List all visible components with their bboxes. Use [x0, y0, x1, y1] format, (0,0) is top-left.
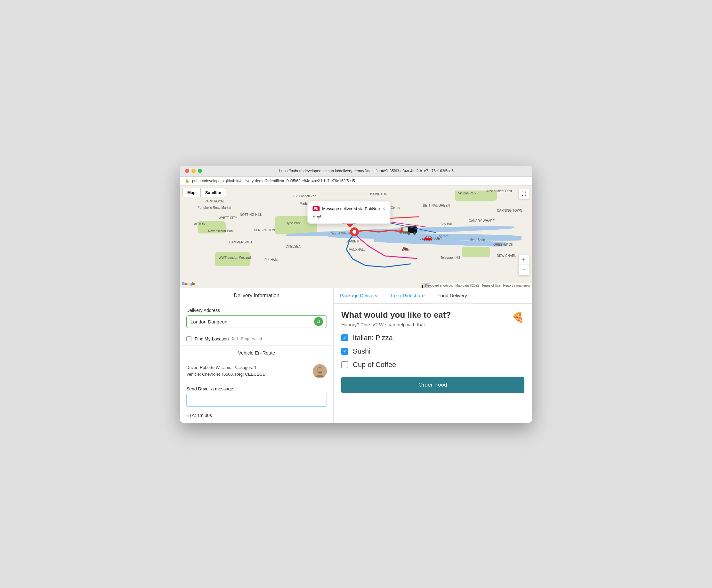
notification-title: Message delivered via PubNub	[322, 206, 380, 211]
tab-taxi-rideshare[interactable]: Taxi / Rideshare	[384, 288, 431, 303]
address-input[interactable]	[186, 315, 327, 328]
map-label-fulham: FULHAM	[264, 258, 278, 262]
eta-text: ETA: 1m 30s	[186, 413, 212, 418]
map-label-portobello: Portobello Road Market	[197, 206, 231, 209]
tabs-row: Package Delivery Taxi / Rideshare Food D…	[333, 288, 532, 303]
find-location-status: Not Requested	[232, 337, 262, 341]
maximize-button[interactable]	[198, 169, 202, 173]
map-label-hammersmith: HAMMERSMITH	[229, 240, 254, 244]
notification-header: PN Message delivered via PubNub ×	[312, 206, 385, 212]
map-label-cityhall: City Hall	[440, 222, 452, 226]
food-checkbox-coffee[interactable]	[341, 361, 348, 368]
zoom-in-button[interactable]: +	[519, 255, 529, 265]
fullscreen-button[interactable]: ⛶	[519, 189, 529, 199]
pubnub-logo: PN	[312, 206, 320, 211]
content-area: ZSL London Zoo ISLINGTON Victoria Park A…	[180, 185, 532, 423]
map-label-zoo: ZSL London Zoo	[293, 194, 316, 198]
greenwich-park	[462, 247, 490, 257]
driver-avatar	[313, 364, 327, 378]
notification-message: Hey!	[312, 214, 385, 219]
food-option-sushi[interactable]: Sushi	[341, 347, 524, 356]
bottom-panels: Delivery Information Delivery Address	[180, 288, 532, 423]
message-section: Send Driver a message:	[180, 382, 333, 409]
car-marker: 🚗	[423, 232, 432, 241]
food-header-row: What would you like to eat? Hungry? Thir…	[341, 310, 524, 334]
notification-close-button[interactable]: ×	[382, 206, 385, 212]
driver-line2: Vehicle: Chevrolet T6500. Reg: CEECEGD	[186, 371, 266, 378]
map-footer: Keyboard shortcuts Map data ©2022 Terms …	[423, 283, 532, 288]
map-label-kensington: KENSINGTON	[254, 228, 275, 232]
title-bar: https://pubnubdevelopers.github.io/deliv…	[180, 166, 532, 177]
tab-food-delivery[interactable]: Food Delivery	[431, 288, 474, 303]
svg-point-16	[317, 320, 320, 323]
tab-package-delivery[interactable]: Package Delivery	[333, 288, 384, 303]
pizza-icon: 🍕	[512, 311, 524, 323]
lock-icon: 🔒	[185, 179, 190, 183]
close-button[interactable]	[185, 169, 189, 173]
find-location-label: Find My Location	[195, 336, 229, 341]
map-label-notting: NOTTING HILL	[240, 213, 262, 216]
map-type-map-button[interactable]: Map	[182, 188, 200, 197]
map-label-bethnal: BETHNAL GREEN	[423, 204, 450, 207]
map-label-islington: ISLINGTON	[370, 192, 387, 196]
driver-info-section: Driver: Roberto Williams. Packages: 1 Ve…	[180, 360, 333, 382]
delivery-info-title: Delivery Information	[180, 288, 333, 303]
map-label-chelsea: CHELSEA	[285, 245, 301, 248]
vehicle-title: Vehicle En-Route	[186, 350, 327, 356]
map-type-satellite-button[interactable]: Satellite	[200, 188, 226, 197]
ravenscourt-park	[197, 221, 226, 233]
order-food-button[interactable]: Order Food	[341, 377, 524, 393]
terms-of-use[interactable]: Terms of Use	[482, 284, 501, 287]
driver-line1: Driver: Roberto Williams. Packages: 1	[186, 364, 266, 371]
food-content: What would you like to eat? Hungry? Thir…	[333, 303, 532, 400]
traffic-lights	[185, 169, 202, 173]
right-panel: Package Delivery Taxi / Rideshare Food D…	[333, 288, 532, 423]
food-checkbox-pizza[interactable]	[341, 334, 348, 341]
browser-title: https://pubnubdevelopers.github.io/deliv…	[206, 169, 527, 173]
food-option-pizza[interactable]: Italian: Pizza	[341, 334, 524, 342]
wwt-wetland	[215, 252, 250, 267]
map-label-telegraph: Telegraph Hill	[440, 256, 460, 259]
svg-point-20	[318, 372, 322, 373]
map-canvas: ZSL London Zoo ISLINGTON Victoria Park A…	[180, 185, 532, 288]
address-bar: 🔒 pubnubdevelopers.github.io/delivery-de…	[180, 177, 532, 185]
food-option-sushi-label: Sushi	[353, 347, 370, 356]
left-panel: Delivery Information Delivery Address	[180, 288, 333, 423]
food-title: What would you like to eat?	[341, 310, 451, 320]
address-search-icon[interactable]	[314, 317, 323, 326]
address-section: Delivery Address	[180, 303, 333, 332]
map-label-canning: CANNING TOWN	[497, 209, 522, 212]
vehicle-section: Vehicle En-Route	[180, 345, 333, 360]
message-label: Send Driver a message:	[186, 386, 327, 391]
food-option-pizza-label: Italian: Pizza	[353, 334, 393, 342]
minimize-button[interactable]	[191, 169, 196, 173]
food-option-coffee-label: Cup of Coffee	[353, 361, 396, 369]
map-type-controls: Map Satellite	[182, 188, 226, 197]
map-label-whitecity: WHITE CITY	[219, 216, 237, 220]
map-label-lambeth: LAMBETH	[345, 239, 361, 243]
map-label-parkroyal: PARK ROYAL	[204, 200, 224, 203]
report-map-error[interactable]: Report a map error	[503, 284, 530, 287]
svg-point-19	[318, 368, 322, 372]
motorcycle-marker: 🏍️	[402, 244, 410, 251]
keyboard-shortcuts[interactable]: Keyboard shortcuts	[425, 284, 453, 287]
delivery-address-label: Delivery Address	[186, 308, 327, 313]
address-input-container	[186, 315, 327, 328]
browser-window: https://pubnubdevelopers.github.io/deliv…	[180, 166, 532, 423]
eta-section: ETA: 1m 30s	[180, 409, 333, 423]
google-logo: Google	[182, 281, 195, 286]
message-input[interactable]	[186, 394, 327, 407]
address-text[interactable]: pubnubdevelopers.github.io/delivery-demo…	[192, 179, 355, 183]
victoria-park	[455, 191, 497, 201]
truck-marker: 🚛	[398, 224, 409, 234]
food-subtitle: Hungry? Thirsty? We can help with that.	[341, 322, 451, 327]
zoom-out-button[interactable]: −	[519, 265, 529, 275]
driver-text: Driver: Roberto Williams. Packages: 1 Ve…	[186, 364, 266, 378]
map-zoom-controls: + −	[519, 255, 529, 275]
food-option-coffee[interactable]: Cup of Coffee	[341, 361, 524, 369]
food-checkbox-sushi[interactable]	[341, 348, 348, 355]
map-container[interactable]: ZSL London Zoo ISLINGTON Victoria Park A…	[180, 185, 532, 288]
find-location-row: Find My Location Not Requested	[180, 332, 333, 345]
food-header-text: What would you like to eat? Hungry? Thir…	[341, 310, 451, 334]
find-location-checkbox[interactable]	[186, 336, 191, 341]
